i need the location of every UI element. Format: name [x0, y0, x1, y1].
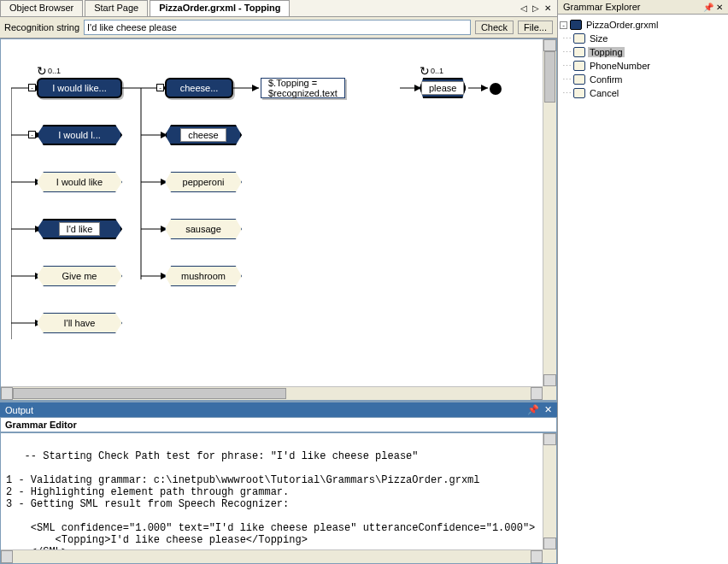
node-cheese-label: cheese [180, 128, 226, 142]
grammar-file-icon [570, 20, 582, 30]
tab-close-icon[interactable]: ✕ [542, 3, 554, 13]
console-line: <SML confidence="1.000" text="I'd like c… [6, 522, 535, 534]
node-id-like-label: I'd like [59, 222, 101, 236]
rule-icon [573, 74, 585, 85]
console-line: -- Starting Check Path test for phrase: … [6, 450, 418, 462]
node-id-like[interactable]: I'd like [37, 219, 122, 239]
tree-item-cancel[interactable]: ⋯ Cancel [560, 86, 726, 100]
console-line: 1 - Validating grammar: c:\inetpub\wwwro… [6, 474, 480, 486]
node-please-label: please [421, 81, 464, 95]
rule-icon [573, 33, 585, 44]
console-line: <Topping>I'd like cheese please</Topping… [6, 534, 308, 546]
tree-item-label: Cancel [588, 88, 620, 98]
tree-root[interactable]: - PizzaOrder.grxml [560, 18, 726, 32]
output-titlebar: Output 📌 ✕ [0, 402, 557, 417]
pin-icon[interactable]: 📌 [527, 404, 539, 415]
tree-item-label: Confirm [588, 74, 625, 85]
horizontal-scrollbar[interactable] [1, 549, 543, 563]
node-ill-have[interactable]: I'll have [37, 313, 122, 333]
vertical-scrollbar[interactable] [543, 39, 556, 386]
repeat-label: 0..1 [420, 64, 443, 78]
tree-item-label: Topping [588, 47, 625, 57]
tab-next-icon[interactable]: ▷ [530, 3, 542, 13]
node-group-topping[interactable]: cheese... [165, 78, 233, 98]
horizontal-scrollbar[interactable] [1, 386, 543, 400]
node-give-me[interactable]: Give me [37, 266, 122, 286]
recognition-label: Recognition string [4, 22, 79, 32]
rule-icon [573, 88, 585, 98]
console-line: 3 - Getting SML result from Speech Recog… [6, 498, 289, 510]
node-mushroom[interactable]: mushroom [165, 266, 242, 286]
output-console[interactable]: -- Starting Check Path test for phrase: … [1, 433, 556, 564]
pin-icon[interactable]: 📌 [703, 3, 713, 12]
grammar-explorer-titlebar: Grammar Explorer 📌 ✕ [558, 0, 728, 15]
tree-item-topping[interactable]: ⋯ Topping [560, 45, 726, 59]
tab-active-file[interactable]: PizzaOrder.grxml - Topping [150, 0, 290, 16]
file-button[interactable]: File... [518, 21, 553, 34]
repeat-label: 0..1 [37, 64, 61, 78]
svg-marker-29 [481, 85, 488, 91]
terminal-icon [490, 83, 502, 95]
tree-item-confirm[interactable]: ⋯ Confirm [560, 73, 726, 86]
expand-box-icon[interactable]: - [28, 131, 36, 138]
node-i-would-like[interactable]: I would like [37, 172, 122, 192]
node-pepperoni[interactable]: pepperoni [165, 172, 242, 192]
vertical-scrollbar[interactable] [543, 433, 556, 549]
grammar-explorer-title: Grammar Explorer [563, 2, 640, 12]
node-cheese[interactable]: cheese [165, 125, 242, 145]
output-subtitle: Grammar Editor [0, 417, 557, 432]
tree-root-label: PizzaOrder.grxml [584, 20, 660, 30]
check-button[interactable]: Check [475, 21, 514, 34]
rule-icon [573, 61, 585, 71]
expand-box-icon[interactable]: - [156, 84, 164, 91]
tree-item-size[interactable]: ⋯ Size [560, 32, 726, 45]
grammar-tree[interactable]: - PizzaOrder.grxml ⋯ Size ⋯ Topping ⋯ Ph… [558, 15, 728, 564]
tree-item-phonenumber[interactable]: ⋯ PhoneNumber [560, 59, 726, 73]
tab-prev-icon[interactable]: ◁ [518, 3, 530, 13]
editor-tabs: Object Browser Start Page PizzaOrder.grx… [0, 0, 557, 17]
recognition-bar: Recognition string Check File... [0, 17, 557, 38]
grammar-canvas[interactable]: - - - 0..1 0..1 I would like... I would … [0, 38, 557, 401]
node-sausage[interactable]: sausage [165, 219, 242, 239]
recognition-input[interactable] [84, 20, 471, 35]
node-script-tag[interactable]: $.Topping = $recognized.text [261, 78, 345, 98]
tab-object-browser[interactable]: Object Browser [0, 0, 83, 16]
console-line: 2 - Highlighting element path through gr… [6, 486, 289, 498]
close-icon[interactable]: ✕ [544, 404, 552, 415]
rule-icon [573, 47, 585, 57]
node-please[interactable]: please [420, 78, 466, 98]
expand-box-icon[interactable]: - [28, 84, 36, 91]
tab-start-page[interactable]: Start Page [85, 0, 148, 16]
output-title: Output [5, 405, 33, 415]
tree-item-label: Size [588, 33, 609, 44]
svg-marker-25 [252, 85, 259, 91]
tree-item-label: PhoneNumber [588, 61, 652, 71]
node-group-prefix-sub[interactable]: I would l... [37, 125, 122, 145]
node-group-prefix[interactable]: I would like... [37, 78, 122, 98]
close-icon[interactable]: ✕ [716, 3, 723, 12]
